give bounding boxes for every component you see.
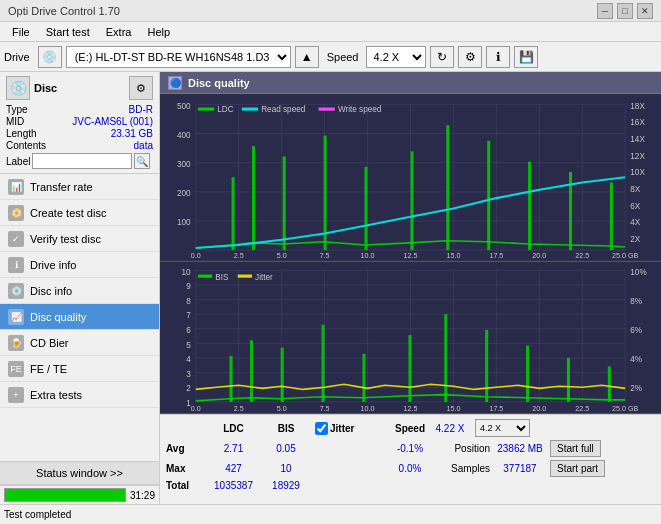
disc-quality-title: Disc quality	[188, 77, 250, 89]
stats-avg-row: Avg 2.71 0.05 -0.1% Position 23862 MB St…	[166, 440, 655, 457]
svg-text:18X: 18X	[630, 102, 645, 111]
eject-button[interactable]: ▲	[295, 46, 319, 68]
disc-info-icon: 💿	[8, 283, 24, 299]
sidebar: 💿 Disc ⚙ Type BD-R MID JVC-AMS6L (001) L…	[0, 72, 160, 504]
disc-type-val: BD-R	[129, 104, 153, 115]
nav-item-drive-info[interactable]: ℹ Drive info	[0, 252, 159, 278]
toolbar: Drive 💿 (E:) HL-DT-ST BD-RE WH16NS48 1.D…	[0, 42, 661, 72]
speed-avg-val: 4.22 X	[425, 423, 475, 434]
svg-text:2X: 2X	[630, 235, 640, 244]
bis-header: BIS	[261, 423, 311, 434]
disc-settings-icon[interactable]: ⚙	[129, 76, 153, 100]
jitter-checkbox-area[interactable]: Jitter	[315, 422, 385, 435]
info-button[interactable]: ℹ	[486, 46, 510, 68]
menu-extra[interactable]: Extra	[98, 24, 140, 40]
disc-length-key: Length	[6, 128, 37, 139]
settings-button[interactable]: ⚙	[458, 46, 482, 68]
svg-text:12.5: 12.5	[404, 251, 418, 260]
speed-dropdown[interactable]: 4.2 X	[475, 419, 530, 437]
start-part-button[interactable]: Start part	[550, 460, 605, 477]
svg-text:10.0: 10.0	[361, 251, 375, 260]
svg-text:17.5: 17.5	[489, 251, 503, 260]
drive-select[interactable]: (E:) HL-DT-ST BD-RE WH16NS48 1.D3	[66, 46, 291, 68]
nav-label-cd-bier: CD Bier	[30, 337, 69, 349]
disc-type-row: Type BD-R	[6, 104, 153, 115]
jitter-checkbox[interactable]	[315, 422, 328, 435]
stats-bar: LDC BIS Jitter Speed 4.22 X 4.2 X Avg 2.…	[160, 414, 661, 504]
status-window-button[interactable]: Status window >>	[0, 461, 159, 485]
svg-text:100: 100	[177, 218, 191, 227]
svg-rect-82	[230, 356, 233, 402]
close-button[interactable]: ✕	[637, 3, 653, 19]
position-label: Position	[435, 443, 490, 454]
svg-rect-89	[485, 329, 488, 401]
nav-items: 📊 Transfer rate 📀 Create test disc ✓ Ver…	[0, 174, 159, 461]
svg-text:9: 9	[186, 282, 191, 291]
svg-text:4: 4	[186, 355, 191, 364]
refresh-button[interactable]: ↻	[430, 46, 454, 68]
svg-text:20.0: 20.0	[532, 404, 546, 413]
avg-label: Avg	[166, 443, 206, 454]
cd-bier-icon: 🍺	[8, 335, 24, 351]
svg-rect-54	[198, 108, 214, 111]
nav-item-extra-tests[interactable]: + Extra tests	[0, 382, 159, 408]
progress-bar-fill	[5, 489, 125, 501]
svg-text:Write speed: Write speed	[338, 105, 382, 114]
nav-label-drive-info: Drive info	[30, 259, 76, 271]
nav-item-verify-test-disc[interactable]: ✓ Verify test disc	[0, 226, 159, 252]
drive-label: Drive	[4, 51, 34, 63]
svg-text:5.0: 5.0	[277, 404, 287, 413]
disc-mid-val: JVC-AMS6L (001)	[72, 116, 153, 127]
menu-help[interactable]: Help	[139, 24, 178, 40]
nav-item-transfer-rate[interactable]: 📊 Transfer rate	[0, 174, 159, 200]
nav-item-disc-quality[interactable]: 📈 Disc quality	[0, 304, 159, 330]
disc-panel: 💿 Disc ⚙ Type BD-R MID JVC-AMS6L (001) L…	[0, 72, 159, 174]
samples-val: 377187	[490, 463, 550, 474]
disc-length-row: Length 23.31 GB	[6, 128, 153, 139]
nav-item-fe-te[interactable]: FE FE / TE	[0, 356, 159, 382]
minimize-button[interactable]: ─	[597, 3, 613, 19]
svg-text:Read speed: Read speed	[261, 105, 305, 114]
menu-file[interactable]: File	[4, 24, 38, 40]
svg-text:10: 10	[182, 267, 191, 276]
svg-rect-87	[408, 335, 411, 402]
status-text: Test completed	[4, 509, 71, 520]
nav-label-create-test-disc: Create test disc	[30, 207, 106, 219]
fe-te-icon: FE	[8, 361, 24, 377]
svg-text:17.5: 17.5	[489, 404, 503, 413]
stats-total-row: Total 1035387 18929	[166, 480, 655, 491]
main-content: 💿 Disc ⚙ Type BD-R MID JVC-AMS6L (001) L…	[0, 72, 661, 504]
nav-item-create-test-disc[interactable]: 📀 Create test disc	[0, 200, 159, 226]
svg-rect-84	[281, 347, 284, 401]
svg-text:10X: 10X	[630, 168, 645, 177]
nav-item-disc-info[interactable]: 💿 Disc info	[0, 278, 159, 304]
maximize-button[interactable]: □	[617, 3, 633, 19]
chart1-svg: 500 400 300 200 100 18X 16X 14X 12X 10X …	[160, 94, 661, 261]
speed-select[interactable]: 4.2 X	[366, 46, 426, 68]
nav-item-cd-bier[interactable]: 🍺 CD Bier	[0, 330, 159, 356]
position-val: 23862 MB	[490, 443, 550, 454]
svg-text:10.0: 10.0	[361, 404, 375, 413]
disc-label-input[interactable]	[32, 153, 132, 169]
bottom-status-bar: Test completed	[0, 504, 661, 524]
svg-text:6X: 6X	[630, 201, 640, 210]
menu-start-test[interactable]: Start test	[38, 24, 98, 40]
disc-mid-key: MID	[6, 116, 24, 127]
start-full-button[interactable]: Start full	[550, 440, 601, 457]
svg-rect-90	[526, 345, 529, 401]
max-bis: 10	[261, 463, 311, 474]
disc-contents-row: Contents data	[6, 140, 153, 151]
disc-contents-key: Contents	[6, 140, 46, 151]
svg-rect-85	[322, 324, 325, 401]
svg-text:15.0: 15.0	[446, 251, 460, 260]
disc-label-btn[interactable]: 🔍	[134, 153, 150, 169]
disc-quality-header: 🔵 Disc quality	[160, 72, 661, 94]
svg-text:7.5: 7.5	[320, 251, 330, 260]
speed-header: Speed	[385, 423, 425, 434]
jitter-header: Jitter	[330, 423, 354, 434]
svg-text:6: 6	[186, 326, 191, 335]
drive-icon: 💿	[38, 46, 62, 68]
svg-text:22.5: 22.5	[575, 251, 589, 260]
max-label: Max	[166, 463, 206, 474]
save-button[interactable]: 💾	[514, 46, 538, 68]
